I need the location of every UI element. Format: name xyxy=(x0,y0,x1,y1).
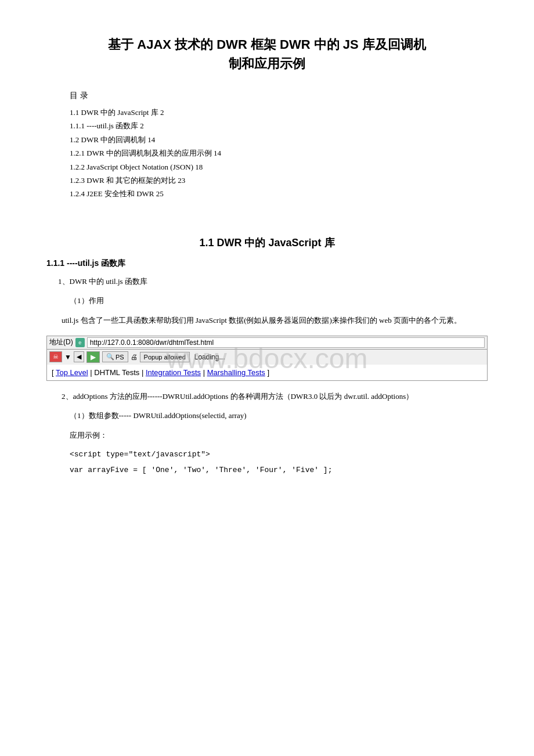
toolbar-loading: Loading... xyxy=(192,352,228,362)
link-marshalling-tests[interactable]: Marshalling Tests xyxy=(207,368,265,377)
address-label: 地址(D) xyxy=(49,337,73,347)
toc-section: 目 录 1.1 DWR 中的 JavaScript 库 2 1.1.1 ----… xyxy=(46,91,488,201)
desc-paragraph: util.js 包含了一些工具函数来帮助我们用 JavaScript 数据(例如… xyxy=(46,314,488,327)
toc-label: 目 录 xyxy=(70,91,488,101)
browser-screenshot: www.bdocx.com 地址(D) e http://127.0.0.1:8… xyxy=(46,336,488,381)
link-integration-tests[interactable]: Integration Tests xyxy=(146,368,201,377)
toc-item-4: 1.2.1 DWR 中的回调机制及相关的应用示例 14 xyxy=(70,146,488,160)
toc-item-1: 1.1 DWR 中的 JavaScript 库 2 xyxy=(70,106,488,119)
code-line-1: <script type="text/javascript"> xyxy=(70,448,488,461)
usage-label: （1）作用 xyxy=(46,294,488,307)
toolbar-popup: Popup allowed xyxy=(140,352,190,362)
item2-sub1-usage-label: 应用示例： xyxy=(46,429,488,442)
browser-toolbar: ☠ ▼ ◀ ▶ 🔍 PS 🖨 Popup allowed Loading... xyxy=(47,350,487,365)
browser-address-bar: 地址(D) e http://127.0.0.1:8080/dwr/dhtmlT… xyxy=(47,336,487,350)
toolbar-printer: 🖨 xyxy=(131,353,138,361)
ps-magnifier: 🔍 xyxy=(106,353,114,361)
toolbar-icon: ☠ xyxy=(49,351,62,362)
toolbar-back: ◀ xyxy=(74,351,84,362)
toolbar-ps: 🔍 PS xyxy=(102,351,128,362)
item2-sub1-label: （1）数组参数----- DWRUtil.addOptions(selectid… xyxy=(46,409,488,422)
section-1-1-heading: 1.1 DWR 中的 JavaScript 库 xyxy=(46,236,488,250)
link-top-level[interactable]: Top Level xyxy=(56,368,88,377)
toc-item-6: 1.2.3 DWR 和 其它的框架的对比 23 xyxy=(70,174,488,187)
subsection-1-1-1-heading: 1.1.1 ----util.js 函数库 xyxy=(46,258,488,269)
link-separator2: | xyxy=(203,368,207,377)
toc-item-7: 1.2.4 J2EE 安全性和 DWR 25 xyxy=(70,187,488,200)
code-line-2: var arrayFive = [ 'One', 'Two', 'Three',… xyxy=(70,463,488,477)
link-separator1: | DHTML Tests | xyxy=(90,368,146,377)
title-line1: 基于 AJAX 技术的 DWR 框架 DWR 中的 JS 库及回调机 xyxy=(46,35,488,54)
ps-label: PS xyxy=(116,354,124,361)
toc-item-5: 1.2.2 JavaScript Object Notation (JSON) … xyxy=(70,160,488,174)
browser-links-row: [ Top Level | DHTML Tests | Integration … xyxy=(47,365,487,380)
item1-label: 1、DWR 中的 util.js 函数库 xyxy=(46,275,488,288)
item2-paragraph: 2、addOptions 方法的应用------DWRUtil.addOptio… xyxy=(46,390,488,403)
toc-item-2: 1.1.1 ----util.js 函数库 2 xyxy=(70,119,488,132)
title-line2: 制和应用示例 xyxy=(46,54,488,73)
toc-item-3: 1.2 DWR 中的回调机制 14 xyxy=(70,133,488,146)
browser-favicon: e xyxy=(75,338,85,347)
code-block: <script type="text/javascript"> var arra… xyxy=(46,448,488,477)
toolbar-dropdown: ▼ xyxy=(64,353,71,361)
links-prefix: [ xyxy=(52,368,56,377)
toolbar-forward: ▶ xyxy=(86,351,100,363)
links-suffix: ] xyxy=(268,368,270,377)
page-title: 基于 AJAX 技术的 DWR 框架 DWR 中的 JS 库及回调机 制和应用示… xyxy=(46,35,488,73)
browser-url-display: http://127.0.0.1:8080/dwr/dhtmlTest.html xyxy=(87,337,485,348)
